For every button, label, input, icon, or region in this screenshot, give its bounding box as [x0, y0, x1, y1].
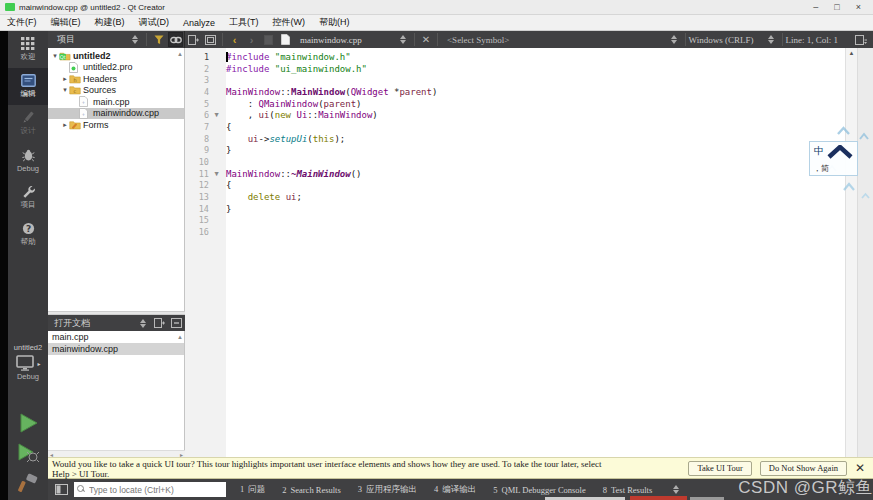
opendocs-close-icon[interactable] — [169, 316, 184, 331]
tree-item-Forms[interactable]: ▸Forms — [48, 119, 184, 131]
notification-close-icon[interactable]: ✕ — [855, 461, 865, 476]
output-pane-updown-icon[interactable] — [673, 485, 680, 494]
open-doc-main.cpp[interactable]: main.cpp — [48, 331, 184, 343]
output-pane-3[interactable]: 3应用程序输出 — [358, 484, 417, 496]
mode-item-Debug[interactable]: Debug — [8, 142, 48, 179]
sync-with-editor-icon[interactable] — [168, 32, 183, 47]
tree-item-untitled2.pro[interactable]: untitled2.pro — [48, 62, 184, 74]
tree-item-mainwindow.cpp[interactable]: +mainwindow.cpp — [48, 108, 184, 120]
filter-icon[interactable] — [151, 32, 166, 47]
code-line-10[interactable] — [226, 156, 845, 168]
maximize-button[interactable]: □ — [834, 3, 839, 12]
mode-label: 帮助 — [21, 237, 36, 247]
expander-icon[interactable]: ▾ — [51, 52, 59, 60]
code-line-3[interactable] — [226, 74, 845, 86]
code-token: MainWindow — [226, 169, 280, 179]
split-add-icon[interactable] — [186, 32, 201, 47]
close-document-icon[interactable]: ✕ — [422, 34, 430, 45]
code-line-7[interactable]: { — [226, 121, 845, 133]
output-pane-5[interactable]: 5QML Debugger Console — [493, 485, 585, 495]
code-line-6[interactable]: , ui(new Ui::MainWindow) — [226, 109, 845, 121]
csdn-watermark: CSDN @GR鲸鱼 — [738, 476, 873, 499]
mode-item-项目[interactable]: 项目 — [8, 179, 48, 216]
menu-item-3[interactable]: 构建(B) — [88, 16, 132, 29]
do-not-show-again-button[interactable]: Do Not Show Again — [760, 461, 847, 476]
panel-switch-updown-icon[interactable] — [132, 35, 139, 44]
open-doc-mainwindow.cpp[interactable]: mainwindow.cpp — [48, 343, 184, 355]
code-line-15[interactable] — [226, 215, 845, 227]
tree-item-main.cpp[interactable]: +main.cpp — [48, 96, 184, 108]
code-editor[interactable]: #include "mainwindow.h"#include "ui_main… — [226, 48, 845, 457]
output-pane-1[interactable]: 1问题 — [240, 484, 265, 496]
tree-item-untitled2[interactable]: ▾Qtuntitled2 — [48, 50, 184, 62]
code-line-2[interactable]: #include "ui_mainwindow.h" — [226, 63, 845, 75]
target-monitor-icon[interactable] — [15, 355, 35, 371]
ime-status-popup[interactable]: 中 ，简 — [809, 141, 858, 176]
encoding-indicator[interactable]: Windows (CRLF) — [689, 35, 754, 45]
kit-expand-arrow-icon[interactable]: ▸ — [37, 360, 40, 367]
locator[interactable] — [74, 482, 226, 497]
code-line-11[interactable]: MainWindow::~MainWindow() — [226, 168, 845, 180]
menu-item-1[interactable]: 文件(F) — [0, 16, 44, 29]
encoding-updown-icon[interactable] — [671, 35, 678, 44]
code-line-12[interactable]: { — [226, 180, 845, 192]
opendocs-switch-updown-icon[interactable] — [140, 319, 147, 328]
mode-item-编辑[interactable]: 编辑 — [8, 68, 48, 105]
code-line-9[interactable]: } — [226, 145, 845, 157]
mode-item-帮助[interactable]: ?帮助 — [8, 216, 48, 253]
build-button[interactable] — [8, 470, 48, 496]
code-line-8[interactable]: ui->setupUi(this); — [226, 133, 845, 145]
menu-item-4[interactable]: 调试(D) — [132, 16, 177, 29]
minimize-button[interactable]: – — [813, 3, 818, 12]
expander-icon[interactable]: ▸ — [61, 75, 69, 83]
expander-icon[interactable]: ▸ — [61, 121, 69, 129]
symbol-selector[interactable]: <Select Symbol> — [447, 35, 509, 45]
editor-vertical-scrollbar[interactable]: ▲ — [845, 48, 857, 457]
close-button[interactable]: × — [856, 3, 861, 12]
code-line-16[interactable] — [226, 226, 845, 238]
tree-item-Sources[interactable]: ▾cSources — [48, 85, 184, 97]
open-documents-title[interactable]: 打开文档 — [48, 317, 136, 330]
tree-item-Headers[interactable]: ▸hHeaders — [48, 73, 184, 85]
menu-item-7[interactable]: 控件(W) — [266, 16, 313, 29]
panel-horizontal-scrollbar[interactable]: ◂▸ — [48, 450, 185, 457]
fold-marker-icon[interactable]: ▼ — [209, 170, 224, 178]
go-back-icon[interactable]: ‹ — [227, 32, 242, 47]
opendocs-scroll-up-icon[interactable]: ▲ — [177, 334, 183, 340]
document-dropdown-icon[interactable] — [400, 35, 407, 44]
code-line-13[interactable]: delete ui; — [226, 191, 845, 203]
take-ui-tour-button[interactable]: Take UI Tour — [688, 461, 751, 476]
sidebar-toggle-icon[interactable] — [55, 484, 68, 495]
expander-icon[interactable]: ▾ — [61, 86, 69, 94]
right-scroll-column[interactable] — [857, 48, 873, 457]
project-panel-title[interactable]: 项目 — [48, 33, 128, 46]
code-line-1[interactable]: #include "mainwindow.h" — [226, 51, 845, 63]
code-line-14[interactable]: } — [226, 203, 845, 215]
code-line-5[interactable]: : QMainWindow(parent) — [226, 98, 845, 110]
output-pane-8[interactable]: 8Test Results — [603, 485, 652, 495]
output-pane-2[interactable]: 2Search Results — [282, 485, 341, 495]
scrollbar-up-icon[interactable]: ▲ — [846, 48, 857, 58]
code-line-4[interactable]: MainWindow::MainWindow(QWidget *parent) — [226, 86, 845, 98]
svg-text:h: h — [73, 77, 76, 83]
go-forward-icon[interactable]: › — [244, 32, 259, 47]
split-editor-icon[interactable] — [853, 32, 868, 47]
locator-input[interactable] — [89, 482, 223, 497]
debug-run-button[interactable] — [8, 440, 48, 466]
output-pane-4[interactable]: 4编译输出 — [434, 484, 476, 496]
menu-item-6[interactable]: 工具(T) — [222, 16, 266, 29]
menu-item-8[interactable]: 帮助(H) — [312, 16, 357, 29]
kit-selector[interactable]: untitled2 ▸ Debug — [8, 343, 48, 381]
open-in-window-icon[interactable] — [203, 32, 218, 47]
fold-marker-icon[interactable]: ▼ — [209, 111, 224, 119]
code-token: setupUi — [269, 134, 307, 144]
lineending-updown-icon[interactable] — [768, 35, 775, 44]
open-file-name[interactable]: mainwindow.cpp — [300, 35, 362, 45]
cursor-position-indicator[interactable]: Line: 1, Col: 1 — [786, 35, 839, 45]
run-button[interactable] — [8, 410, 48, 436]
tree-scroll-up-icon[interactable]: ▲ — [177, 51, 183, 57]
menu-item-2[interactable]: 编辑(E) — [44, 16, 88, 29]
mode-item-欢迎[interactable]: 欢迎 — [8, 31, 48, 68]
menu-item-5[interactable]: Analyze — [176, 18, 222, 28]
opendocs-split-icon[interactable] — [152, 316, 167, 331]
